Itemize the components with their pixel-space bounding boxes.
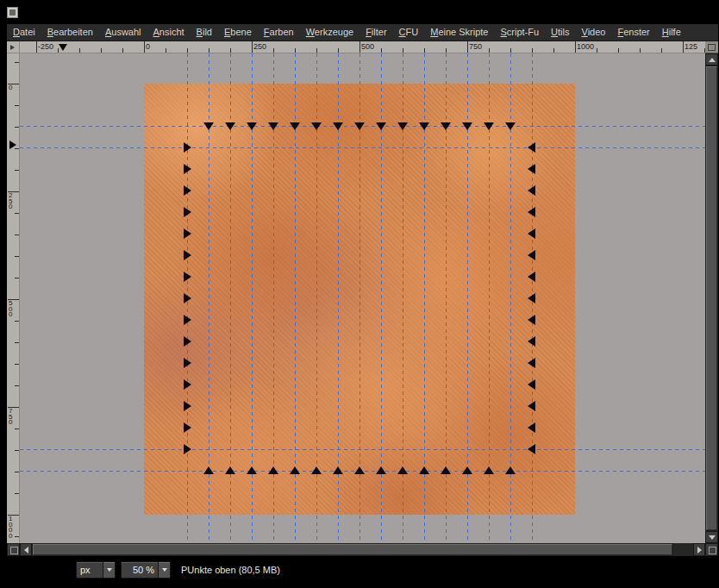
point-marker-down — [290, 122, 300, 130]
point-marker-right — [184, 336, 191, 347]
ruler-corner-button[interactable] — [7, 41, 20, 53]
status-message: PUnkte oben (80,5 MB) — [176, 565, 280, 575]
v-ruler-label: 750 — [9, 409, 15, 426]
menu-video[interactable]: Video — [576, 24, 612, 41]
point-marker-up — [397, 466, 408, 474]
point-marker-up — [203, 466, 214, 474]
point-marker-right — [184, 228, 191, 239]
vertical-scrollbar[interactable] — [705, 53, 718, 543]
point-marker-left — [528, 272, 535, 282]
point-marker-down — [484, 122, 494, 130]
menu-ebene[interactable]: Ebene — [218, 24, 258, 41]
point-marker-down — [354, 122, 365, 130]
point-marker-left — [528, 142, 535, 153]
status-row: px 50 % PUnkte oben (80,5 MB) — [76, 561, 280, 579]
point-marker-down — [419, 122, 429, 130]
point-marker-right — [184, 207, 191, 217]
h-ruler-label: 125 — [685, 42, 697, 51]
zoom-value: 50 % — [122, 562, 158, 578]
menu-datei[interactable]: Datei — [7, 24, 41, 41]
menu-werkzeuge[interactable]: Werkzeuge — [300, 24, 360, 41]
menu-hilfe[interactable]: Hilfe — [656, 24, 687, 41]
corner-arrow-icon — [10, 45, 15, 50]
point-marker-down — [203, 122, 214, 130]
menu-farben[interactable]: Farben — [258, 24, 300, 41]
h-ruler-label: 0 — [146, 42, 150, 51]
point-marker-down — [268, 122, 278, 130]
chevron-down-icon — [162, 568, 167, 572]
unit-combo[interactable]: px — [76, 561, 116, 579]
point-marker-down — [225, 122, 235, 130]
point-marker-down — [505, 122, 516, 130]
h-ruler-label: 500 — [361, 42, 374, 51]
v-ruler-label: 250 — [9, 193, 15, 210]
menu-ansicht[interactable]: Ansicht — [147, 24, 191, 41]
point-marker-left — [528, 379, 535, 390]
point-marker-right — [184, 185, 191, 196]
point-marker-up — [484, 466, 494, 474]
arrow-right-icon — [697, 547, 702, 554]
point-marker-right — [184, 358, 191, 368]
point-marker-up — [333, 466, 343, 474]
point-marker-down — [441, 122, 451, 130]
point-marker-down — [333, 122, 343, 130]
menu-auswahl[interactable]: Auswahl — [99, 24, 147, 41]
zoom-combo[interactable]: 50 % — [121, 561, 171, 579]
menu-bild[interactable]: Bild — [191, 24, 218, 41]
point-marker-right — [184, 379, 191, 390]
v-ruler-label: 500 — [9, 301, 15, 318]
point-marker-up — [419, 466, 429, 474]
menu-bearbeiten[interactable]: Bearbeiten — [41, 24, 99, 41]
point-marker-right — [184, 293, 191, 303]
point-marker-right — [184, 422, 191, 433]
scroll-down-button[interactable] — [705, 531, 718, 543]
menu-fenster[interactable]: Fenster — [611, 24, 655, 41]
arrow-up-icon — [709, 58, 716, 62]
v-ruler-label: 0 — [9, 85, 15, 91]
point-marker-up — [268, 466, 278, 474]
scroll-left-button[interactable] — [20, 543, 32, 556]
zoom-dropdown-button[interactable] — [158, 562, 170, 578]
h-ruler-label: 750 — [469, 42, 482, 51]
point-marker-up — [505, 466, 516, 474]
menu-bar: DateiBearbeitenAuswahlAnsichtBildEbeneFa… — [7, 24, 718, 41]
quickmask-toggle-button[interactable] — [7, 543, 20, 556]
point-marker-up — [462, 466, 472, 474]
point-marker-left — [528, 228, 535, 239]
scroll-right-button[interactable] — [693, 543, 705, 556]
point-marker-left — [528, 315, 535, 325]
point-marker-up — [290, 466, 300, 474]
menu-script-fu[interactable]: Script-Fu — [494, 24, 545, 41]
window-icon[interactable] — [7, 7, 18, 18]
canvas-viewport[interactable] — [20, 53, 705, 543]
horizontal-scrollbar-track[interactable] — [32, 543, 693, 556]
point-marker-right — [184, 401, 191, 411]
horizontal-scrollbar[interactable] — [20, 543, 705, 556]
menu-cfu[interactable]: CFU — [393, 24, 425, 41]
menu-utils[interactable]: Utils — [545, 24, 575, 41]
v-ruler-label: 1000 — [9, 516, 15, 539]
chevron-down-icon — [107, 568, 112, 572]
unit-dropdown-button[interactable] — [103, 562, 115, 578]
h-ruler-label: 1000 — [577, 42, 594, 51]
point-marker-up — [311, 466, 322, 474]
point-marker-down — [462, 122, 472, 130]
point-marker-down — [247, 122, 257, 130]
point-marker-down — [311, 122, 322, 130]
h-ruler-label: -250 — [38, 42, 53, 51]
vertical-scrollbar-thumb[interactable] — [705, 66, 718, 531]
h-ruler-label: 250 — [253, 42, 266, 51]
menu-meine-skripte[interactable]: Meine Skripte — [424, 24, 494, 41]
navigation-button[interactable] — [705, 543, 718, 556]
menu-filter[interactable]: Filter — [360, 24, 392, 41]
point-marker-right — [184, 315, 191, 325]
scroll-up-button[interactable] — [705, 53, 718, 66]
vertical-ruler[interactable]: 02505007501000 — [7, 53, 20, 543]
zoom-corner-button[interactable] — [705, 41, 718, 53]
arrow-left-icon — [24, 547, 28, 554]
horizontal-ruler[interactable]: -25002505007501000125 — [20, 41, 705, 53]
horizontal-scrollbar-thumb[interactable] — [32, 543, 673, 556]
point-marker-left — [528, 207, 535, 217]
point-marker-left — [528, 250, 535, 260]
vertical-scrollbar-track[interactable] — [705, 66, 718, 531]
